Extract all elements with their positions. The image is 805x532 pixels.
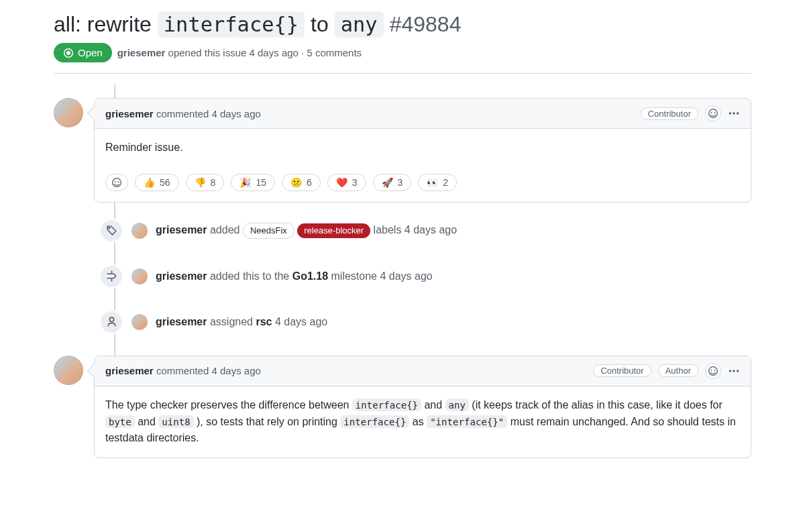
svg-point-1 xyxy=(733,112,735,114)
code-inline: uint8 xyxy=(158,415,193,428)
event-when: 4 days ago xyxy=(380,270,432,282)
title-mid: to xyxy=(305,12,334,36)
comment-box: griesemer commented 4 days ago Contribut… xyxy=(94,356,751,458)
comment-block: griesemer commented 4 days ago Contribut… xyxy=(54,356,751,458)
reaction-button[interactable]: 👍56 xyxy=(135,174,179,191)
reaction-emoji: 👎 xyxy=(195,177,206,188)
event-badge xyxy=(99,310,123,334)
author-link[interactable]: griesemer xyxy=(117,47,166,58)
svg-point-2 xyxy=(737,112,739,114)
reaction-button[interactable]: 👎8 xyxy=(186,174,225,191)
reaction-emoji: 👀 xyxy=(427,177,438,188)
svg-point-0 xyxy=(729,112,731,114)
event-actor-link[interactable]: griesemer xyxy=(156,316,207,327)
reaction-button[interactable]: ❤️3 xyxy=(327,174,366,191)
state-label: Open xyxy=(78,47,103,58)
event-text: griesemer assigned rsc 4 days ago xyxy=(156,316,327,328)
issue-byline: griesemer opened this issue 4 days ago ·… xyxy=(117,47,362,58)
add-reaction-button[interactable] xyxy=(705,105,721,121)
milestone-link[interactable]: Go1.18 xyxy=(292,270,328,282)
comments-count: 5 comments xyxy=(307,47,362,58)
add-reaction-button[interactable] xyxy=(705,363,721,379)
issue-number: #49884 xyxy=(390,12,462,36)
event-badge xyxy=(99,219,123,243)
assignee-link[interactable]: rsc xyxy=(256,316,272,327)
kebab-icon xyxy=(728,107,740,119)
smiley-icon xyxy=(708,366,718,376)
issue-open-icon xyxy=(63,48,74,58)
label-pill[interactable]: release-blocker xyxy=(297,223,370,238)
event-actor-link[interactable]: griesemer xyxy=(156,224,207,235)
reaction-count: 3 xyxy=(398,177,403,188)
tag-icon xyxy=(106,225,117,236)
timeline-event-milestoned: griesemer added this to the Go1.18 miles… xyxy=(99,264,751,288)
comment-header: griesemer commented 4 days ago Contribut… xyxy=(95,356,751,386)
comment-block: griesemer commented 4 days ago Contribut… xyxy=(54,98,751,203)
smiley-icon xyxy=(111,177,122,188)
reaction-emoji: 😕 xyxy=(290,177,302,188)
timeline-event-assigned: griesemer assigned rsc 4 days ago xyxy=(99,310,751,334)
avatar[interactable] xyxy=(54,98,83,127)
event-when: 4 days ago xyxy=(405,224,457,235)
reaction-button[interactable]: 🚀3 xyxy=(373,174,412,191)
role-author-pill: Author xyxy=(658,364,698,377)
event-badge xyxy=(99,264,123,288)
code-inline: byte xyxy=(105,415,135,428)
title-pre: all: rewrite xyxy=(54,12,158,36)
comment-author-link[interactable]: griesemer xyxy=(105,365,154,376)
event-text: griesemer added this to the Go1.18 miles… xyxy=(156,270,433,282)
reaction-emoji: 👍 xyxy=(144,177,155,188)
event-actor-link[interactable]: griesemer xyxy=(156,270,207,282)
reaction-count: 3 xyxy=(352,177,358,188)
code-inline: interface{} xyxy=(340,415,409,428)
svg-point-4 xyxy=(733,370,735,372)
issue-meta-row: Open griesemer opened this issue 4 days … xyxy=(54,43,751,74)
milestone-icon xyxy=(106,270,117,282)
comment-box: griesemer commented 4 days ago Contribut… xyxy=(94,98,751,203)
reaction-count: 6 xyxy=(307,177,312,188)
reaction-button[interactable]: 👀2 xyxy=(418,174,457,191)
title-code-2: any xyxy=(335,11,384,38)
avatar[interactable] xyxy=(131,223,148,239)
code-inline: "interface{}" xyxy=(427,415,507,428)
code-inline: interface{} xyxy=(352,398,421,411)
comment-body: The type checker preserves the differenc… xyxy=(95,386,751,458)
avatar[interactable] xyxy=(131,314,148,330)
reaction-button[interactable]: 🎉15 xyxy=(231,174,275,191)
kebab-menu-button[interactable] xyxy=(728,365,740,377)
kebab-icon xyxy=(728,365,740,377)
role-contributor-pill: Contributor xyxy=(593,364,651,377)
reaction-count: 15 xyxy=(256,177,266,188)
kebab-menu-button[interactable] xyxy=(728,107,740,119)
comment-timestamp-link[interactable]: 4 days ago xyxy=(211,108,260,119)
reaction-emoji: ❤️ xyxy=(336,177,347,188)
comment-timestamp-link[interactable]: 4 days ago xyxy=(211,365,260,376)
svg-point-5 xyxy=(737,370,739,372)
timeline: griesemer commented 4 days ago Contribut… xyxy=(54,85,751,458)
role-contributor-pill: Contributor xyxy=(641,107,698,120)
timeline-event-labeled: griesemer added NeedsFix release-blocker… xyxy=(99,219,751,243)
reaction-emoji: 🎉 xyxy=(239,177,251,188)
avatar[interactable] xyxy=(54,356,83,385)
opened-when: 4 days ago xyxy=(250,47,299,58)
label-pill[interactable]: NeedsFix xyxy=(243,223,294,239)
add-reaction-button[interactable] xyxy=(105,174,128,191)
avatar[interactable] xyxy=(131,268,148,284)
comment-author-link[interactable]: griesemer xyxy=(105,108,154,119)
comment-header: griesemer commented 4 days ago Contribut… xyxy=(95,99,751,129)
reaction-emoji: 🚀 xyxy=(382,177,393,188)
code-inline: any xyxy=(445,398,469,411)
reaction-count: 2 xyxy=(443,177,448,188)
comment-body: Reminder issue. xyxy=(95,129,751,167)
issue-title: all: rewrite interface{} to any #49884 xyxy=(54,11,751,38)
event-text: griesemer added NeedsFix release-blocker… xyxy=(156,223,457,239)
state-badge-open: Open xyxy=(54,43,112,62)
person-icon xyxy=(106,316,117,327)
svg-point-3 xyxy=(729,370,731,372)
reactions-bar: 👍56👎8🎉15😕6❤️3🚀3👀2 xyxy=(95,167,751,202)
smiley-icon xyxy=(708,108,718,119)
reaction-count: 56 xyxy=(160,177,170,188)
reaction-button[interactable]: 😕6 xyxy=(282,174,321,191)
event-when: 4 days ago xyxy=(272,316,327,327)
reaction-count: 8 xyxy=(211,177,216,188)
